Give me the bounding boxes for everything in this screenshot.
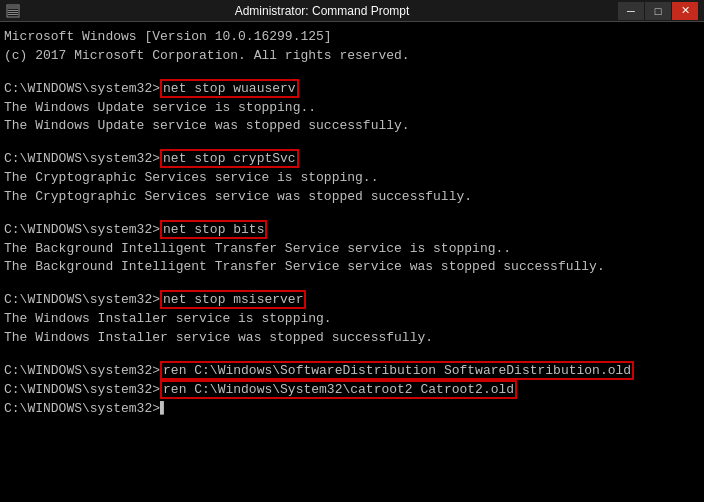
terminal-line: The Windows Update service was stopped s… [4,117,700,136]
svg-rect-2 [8,10,18,11]
terminal-command: ren C:\Windows\System32\catroot2 Catroot… [160,380,517,399]
terminal-prompt: C:\WINDOWS\system32> [4,222,160,237]
terminal-prompt: C:\WINDOWS\system32> [4,382,160,397]
terminal-command: net stop bits [160,220,267,239]
blank-line [4,277,700,291]
blank-line [4,66,700,80]
terminal-line: The Cryptographic Services service was s… [4,188,700,207]
terminal-command-line: C:\WINDOWS\system32>net stop wuauserv [4,80,700,99]
terminal-prompt: C:\WINDOWS\system32> [4,401,160,416]
terminal-prompt: C:\WINDOWS\system32> [4,81,160,96]
terminal-line: The Windows Update service is stopping.. [4,99,700,118]
minimize-button[interactable]: ─ [618,2,644,20]
terminal-command: net stop msiserver [160,290,306,309]
terminal-line: The Windows Installer service is stoppin… [4,310,700,329]
terminal-line: The Background Intelligent Transfer Serv… [4,258,700,277]
maximize-button[interactable]: □ [645,2,671,20]
terminal-command-line: C:\WINDOWS\system32>net stop msiserver [4,291,700,310]
terminal-cursor: ▌ [160,401,168,416]
terminal-line: The Cryptographic Services service is st… [4,169,700,188]
terminal-prompt: C:\WINDOWS\system32> [4,151,160,166]
terminal-body: Microsoft Windows [Version 10.0.16299.12… [0,22,704,502]
terminal-prompt: C:\WINDOWS\system32> [4,292,160,307]
terminal-line: The Windows Installer service was stoppe… [4,329,700,348]
title-bar-text: Administrator: Command Prompt [26,4,618,18]
terminal-prompt-line: C:\WINDOWS\system32>▌ [4,400,700,419]
terminal-command: net stop cryptSvc [160,149,299,168]
svg-rect-1 [8,6,18,9]
blank-line [4,348,700,362]
terminal-command-line: C:\WINDOWS\system32>net stop bits [4,221,700,240]
terminal-command-line: C:\WINDOWS\system32>ren C:\Windows\Softw… [4,362,700,381]
blank-line [4,136,700,150]
terminal-command-line: C:\WINDOWS\system32>ren C:\Windows\Syste… [4,381,700,400]
title-bar: Administrator: Command Prompt ─ □ ✕ [0,0,704,22]
blank-line [4,207,700,221]
svg-rect-4 [8,14,18,15]
terminal-command-line: C:\WINDOWS\system32>net stop cryptSvc [4,150,700,169]
terminal-command: net stop wuauserv [160,79,299,98]
terminal-line: The Background Intelligent Transfer Serv… [4,240,700,259]
terminal-line: Microsoft Windows [Version 10.0.16299.12… [4,28,700,47]
terminal-prompt: C:\WINDOWS\system32> [4,363,160,378]
close-button[interactable]: ✕ [672,2,698,20]
terminal-line: (c) 2017 Microsoft Corporation. All righ… [4,47,700,66]
svg-rect-3 [8,12,18,13]
title-bar-controls: ─ □ ✕ [618,2,698,20]
terminal-command: ren C:\Windows\SoftwareDistribution Soft… [160,361,634,380]
title-bar-icon [6,4,20,18]
